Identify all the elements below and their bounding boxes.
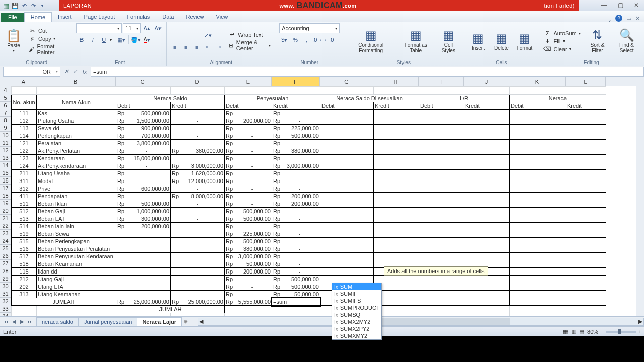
col-header-D[interactable]: D (170, 77, 224, 86)
new-sheet-icon[interactable]: ⊕ (183, 318, 188, 325)
number-format-select[interactable]: Accounting▾ (279, 23, 340, 33)
enter-formula-icon[interactable]: ✓ (71, 68, 79, 75)
row-header[interactable]: 11 (0, 139, 11, 147)
align-top-icon[interactable]: ≡ (170, 31, 180, 41)
row-header[interactable]: 13 (0, 154, 11, 162)
tab-data[interactable]: Data (156, 12, 180, 22)
view-normal-icon[interactable]: ▦ (563, 328, 568, 335)
row-header[interactable]: 30 (0, 283, 11, 290)
tab-insert[interactable]: Insert (52, 12, 78, 22)
align-middle-icon[interactable]: ≡ (181, 31, 191, 41)
row-header[interactable]: 23 (0, 230, 11, 237)
zoom-level[interactable]: 80% (587, 329, 598, 335)
row-header[interactable]: 12 (0, 147, 11, 154)
autosum-button[interactable]: ΣAutoSum▾ (541, 30, 582, 37)
autocomplete-item[interactable]: fxSUMPRODUCT (332, 304, 381, 311)
percent-icon[interactable]: % (290, 35, 300, 45)
orientation-icon[interactable]: ⤢▾ (203, 31, 213, 41)
bold-button[interactable]: B (76, 35, 87, 45)
sheet-tab[interactable]: neraca saldo (36, 317, 79, 326)
conditional-formatting-button[interactable]: ▦Conditional Formatting (346, 25, 395, 58)
col-header-G[interactable]: G (320, 77, 373, 86)
col-header-K[interactable]: K (509, 77, 566, 86)
close-workbook-icon[interactable]: ✕ (635, 15, 640, 22)
font-size-select[interactable]: 11▾ (123, 23, 141, 33)
wrap-text-button[interactable]: ↩Wrap Text (226, 31, 273, 38)
autocomplete-item[interactable]: fxSUMSQ (332, 311, 381, 318)
fx-icon[interactable]: fx (80, 69, 89, 75)
tab-review[interactable]: Review (180, 12, 210, 22)
sheet-tab[interactable]: Neraca Lajur (137, 317, 182, 326)
row-header[interactable]: 6 (0, 102, 11, 109)
font-color-button[interactable]: A▾ (142, 35, 152, 45)
col-header-J[interactable]: J (464, 77, 509, 86)
row-header[interactable]: 18 (0, 192, 11, 200)
row-header[interactable]: 8 (0, 117, 11, 124)
row-header[interactable]: 5 (0, 94, 11, 102)
comma-icon[interactable]: , (301, 35, 311, 45)
fill-color-button[interactable]: 🪣▾ (131, 35, 141, 45)
col-header-B[interactable]: B (36, 77, 116, 86)
autocomplete-item[interactable]: fxSUM (332, 283, 381, 290)
col-header-C[interactable]: C (116, 77, 170, 86)
zoom-slider[interactable] (606, 331, 636, 333)
row-header[interactable]: 9 (0, 124, 11, 132)
paste-button[interactable]: 📋Paste▾ (3, 25, 24, 58)
increase-decimal-icon[interactable]: .0→ (312, 35, 323, 45)
row-header[interactable]: 26 (0, 252, 11, 260)
row-header[interactable]: 21 (0, 215, 11, 222)
copy-button[interactable]: ⎘Copy▾ (26, 35, 70, 42)
sheet-nav-first-icon[interactable]: ⏮ (2, 319, 10, 324)
clear-button[interactable]: ⌫Clear▾ (541, 45, 582, 53)
fill-button[interactable]: ⬇Fill▾ (541, 37, 582, 45)
row-header[interactable]: 10 (0, 132, 11, 139)
tab-page-layout[interactable]: Page Layout (78, 12, 121, 22)
decrease-font-icon[interactable]: A▾ (153, 23, 163, 33)
row-header[interactable]: 15 (0, 169, 11, 177)
italic-button[interactable]: I (88, 35, 98, 45)
row-header[interactable]: 25 (0, 245, 11, 252)
col-header-H[interactable]: H (373, 77, 419, 86)
cell-styles-button[interactable]: ▦Cell Styles (436, 25, 461, 58)
undo-icon[interactable]: ↶ (20, 2, 28, 10)
autocomplete-item[interactable]: fxSUMX2PY2 (332, 325, 381, 332)
sheet-nav-next-icon[interactable]: ▶ (18, 319, 26, 324)
row-header[interactable]: 32 (0, 298, 11, 305)
row-header[interactable]: 34 (0, 313, 11, 316)
sheet-nav-prev-icon[interactable]: ◀ (10, 319, 18, 324)
zoom-out-icon[interactable]: − (600, 329, 603, 335)
font-family-select[interactable]: ▾ (76, 23, 122, 33)
format-cells-button[interactable]: ▦Format (514, 25, 535, 58)
qat-dropdown-icon[interactable]: ▾ (38, 2, 46, 10)
increase-font-icon[interactable]: A▴ (142, 23, 152, 33)
tab-home[interactable]: Home (24, 12, 52, 22)
tab-view[interactable]: View (210, 12, 234, 22)
tab-file[interactable]: File (1, 13, 24, 22)
col-header-L[interactable]: L (566, 77, 606, 86)
cells-area[interactable]: No. akunNama AkunNeraca SaldoPenyesuaian… (11, 86, 636, 316)
row-header[interactable]: 22 (0, 222, 11, 230)
view-pagebreak-icon[interactable]: ▤ (579, 328, 584, 335)
cancel-formula-icon[interactable]: ✕ (62, 68, 70, 75)
row-header[interactable]: 4 (0, 86, 11, 94)
row-header[interactable]: 16 (0, 177, 11, 185)
help-icon[interactable]: ? (615, 15, 622, 22)
view-layout-icon[interactable]: ▥ (571, 328, 576, 335)
formula-input[interactable]: =sum (91, 67, 644, 77)
decrease-indent-icon[interactable]: ⇤ (203, 42, 213, 52)
align-left-icon[interactable]: ≡ (170, 42, 180, 52)
minimize-button[interactable]: — (600, 1, 609, 9)
save-icon[interactable]: 💾 (11, 2, 19, 10)
horizontal-scrollbar[interactable]: ◀▶ (198, 318, 644, 326)
autocomplete-item[interactable]: fxSUMXMY2 (332, 332, 381, 339)
underline-button[interactable]: U (99, 35, 109, 45)
close-button[interactable]: ✕ (632, 1, 641, 9)
help-minimize-icon[interactable]: ˬ (608, 15, 611, 22)
border-button[interactable]: ▦▾ (116, 35, 126, 45)
redo-icon[interactable]: ↷ (29, 2, 37, 10)
row-header[interactable]: 7 (0, 109, 11, 117)
autocomplete-item[interactable]: fxSUMIF (332, 290, 381, 297)
select-all-corner[interactable] (0, 77, 11, 86)
row-header[interactable]: 27 (0, 260, 11, 267)
sheet-nav-last-icon[interactable]: ⏭ (26, 319, 34, 324)
